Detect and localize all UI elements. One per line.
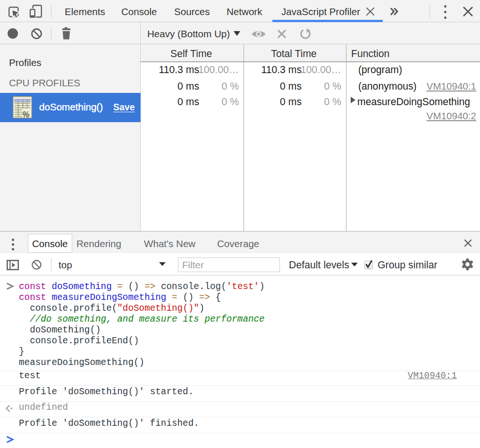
svg-text:%: % <box>22 110 30 119</box>
